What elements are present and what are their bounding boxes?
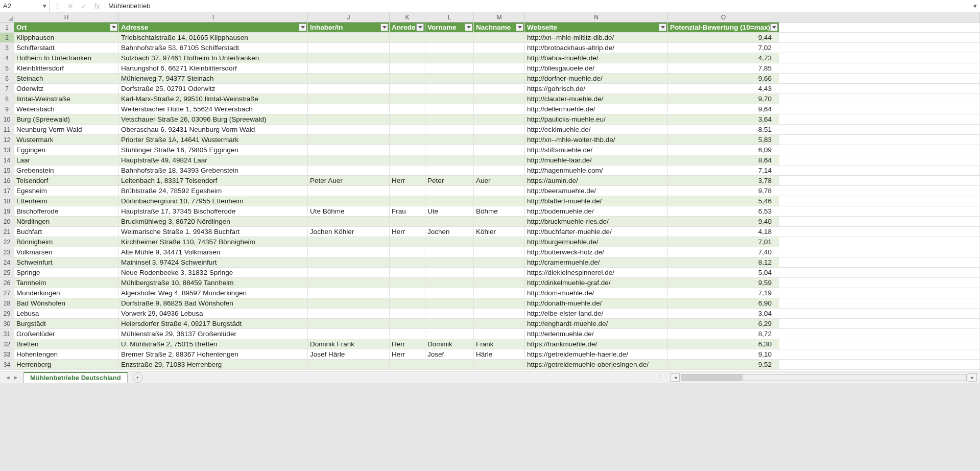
cell-adresse[interactable]: Algershofer Weg 4, 89597 Munderkingen — [119, 288, 308, 298]
cell-vorname[interactable] — [425, 237, 474, 247]
cell-webseite[interactable]: http://brotbackhaus-altrip.de/ — [525, 43, 668, 53]
cell-vorname[interactable] — [425, 309, 474, 318]
row-number[interactable]: 5 — [0, 63, 14, 73]
cell-ort[interactable]: Buchfart — [14, 227, 119, 237]
cell-webseite[interactable]: http://buchfarter-muehle.de/ — [525, 227, 668, 237]
cell-inhaber[interactable]: Dominik Frank — [308, 339, 390, 349]
cell-vorname[interactable] — [425, 186, 474, 196]
cell-ort[interactable]: Springe — [14, 268, 119, 277]
row-number[interactable]: 3 — [0, 43, 14, 53]
cell-potenzial[interactable]: 5,83 — [668, 135, 779, 145]
cell-anrede[interactable] — [390, 114, 425, 124]
scroll-right-icon[interactable]: ▸ — [968, 373, 977, 382]
cell-potenzial[interactable]: 8,12 — [668, 257, 779, 267]
header-cell-vorname[interactable]: Vorname — [425, 22, 474, 32]
scroll-thumb[interactable] — [681, 374, 743, 381]
cell-webseite[interactable]: http://erlenmuehle.de/ — [525, 329, 668, 339]
cell-vorname[interactable] — [425, 298, 474, 308]
cell-ort[interactable]: Bischofferode — [14, 206, 119, 216]
cell-ort[interactable]: Schweinfurt — [14, 257, 119, 267]
cell-inhaber[interactable] — [308, 94, 390, 104]
header-cell-adresse[interactable]: Adresse — [119, 22, 308, 32]
cell-potenzial[interactable]: 5,04 — [668, 268, 779, 277]
cell-adresse[interactable]: U. Mühlstraße 2, 75015 Bretten — [119, 339, 308, 349]
cell-nachname[interactable] — [474, 319, 525, 328]
column-header-L[interactable]: L — [425, 12, 474, 22]
cell-potenzial[interactable]: 9,59 — [668, 278, 779, 288]
cell-nachname[interactable] — [474, 125, 525, 134]
row-number[interactable]: 4 — [0, 53, 14, 63]
cell-ort[interactable]: Bönnigheim — [14, 237, 119, 247]
cell-adresse[interactable]: Alte Mühle 9, 34471 Volkmarsen — [119, 247, 308, 257]
cell-potenzial[interactable]: 8,72 — [668, 329, 779, 339]
cell-potenzial[interactable]: 6,53 — [668, 206, 779, 216]
cell-inhaber[interactable] — [308, 186, 390, 196]
row-number[interactable]: 31 — [0, 329, 14, 339]
select-all-corner[interactable] — [0, 12, 14, 22]
cell-nachname[interactable] — [474, 135, 525, 145]
cell-anrede[interactable] — [390, 53, 425, 63]
cell-anrede[interactable] — [390, 278, 425, 288]
cell-vorname[interactable] — [425, 104, 474, 114]
cell-webseite[interactable]: http://hagenmuehle.com/ — [525, 166, 668, 175]
cell-nachname[interactable] — [474, 43, 525, 53]
cell-ort[interactable]: Tannheim — [14, 278, 119, 288]
cell-anrede[interactable] — [390, 155, 425, 165]
row-number[interactable]: 22 — [0, 237, 14, 247]
cell-inhaber[interactable] — [308, 74, 390, 83]
cell-vorname[interactable] — [425, 247, 474, 257]
cell-adresse[interactable]: Bahnhofstraße 18, 34393 Grebenstein — [119, 166, 308, 175]
row-number[interactable]: 19 — [0, 206, 14, 216]
cell-adresse[interactable]: Vetschauer Straße 26, 03096 Burg (Spreew… — [119, 114, 308, 124]
cell-potenzial[interactable]: 6,09 — [668, 145, 779, 155]
cell-webseite[interactable]: http://stiftsmuehle.de/ — [525, 145, 668, 155]
cell-vorname[interactable] — [425, 84, 474, 93]
cell-webseite[interactable]: http://xn--mhle-miltitz-dlb.de/ — [525, 33, 668, 42]
rows-scroll[interactable]: 1OrtAdresseInhaber/inAnredeVornameNachna… — [0, 22, 980, 371]
row-number[interactable]: 25 — [0, 268, 14, 277]
cell-inhaber[interactable] — [308, 298, 390, 308]
cell-webseite[interactable]: http://dellermuehle.de/ — [525, 104, 668, 114]
cell-anrede[interactable] — [390, 63, 425, 73]
cell-adresse[interactable]: Hartungshof 6, 66271 Kleinblittersdorf — [119, 63, 308, 73]
cell-ort[interactable]: Großenlüder — [14, 329, 119, 339]
cell-adresse[interactable]: Dorfstraße 9, 86825 Bad Wörishofen — [119, 298, 308, 308]
cell-ort[interactable]: Burg (Spreewald) — [14, 114, 119, 124]
name-box-dropdown-icon[interactable]: ▾ — [40, 0, 49, 12]
row-number[interactable]: 21 — [0, 227, 14, 237]
cell-anrede[interactable] — [390, 309, 425, 318]
cell-webseite[interactable]: https://diekleinespinnerei.de/ — [525, 268, 668, 277]
cell-potenzial[interactable]: 3,04 — [668, 309, 779, 318]
cell-anrede[interactable] — [390, 298, 425, 308]
cell-potenzial[interactable]: 7,85 — [668, 63, 779, 73]
tab-nav-prev-icon[interactable]: ◂ — [4, 373, 11, 381]
cell-anrede[interactable] — [390, 33, 425, 42]
cell-potenzial[interactable]: 7,14 — [668, 166, 779, 175]
cell-ort[interactable]: Teisendorf — [14, 176, 119, 185]
cell-potenzial[interactable]: 9,78 — [668, 186, 779, 196]
cell-potenzial[interactable]: 6,90 — [668, 298, 779, 308]
cell-potenzial[interactable]: 6,29 — [668, 319, 779, 328]
cell-nachname[interactable] — [474, 74, 525, 83]
cell-anrede[interactable]: Frau — [390, 206, 425, 216]
cell-nachname[interactable] — [474, 309, 525, 318]
cell-anrede[interactable] — [390, 257, 425, 267]
cell-adresse[interactable]: Bruckmühlweg 3, 86720 Nördlingen — [119, 217, 308, 226]
cell-ort[interactable]: Ettenheim — [14, 196, 119, 206]
header-cell-nachname[interactable]: Nachname — [474, 22, 525, 32]
cell-nachname[interactable] — [474, 247, 525, 257]
cell-webseite[interactable]: http://elbe-elster-land.de/ — [525, 309, 668, 318]
cell-ort[interactable]: Volkmarsen — [14, 247, 119, 257]
cell-webseite[interactable]: http://ecklmuehle.de/ — [525, 125, 668, 134]
cell-ort[interactable]: Nördlingen — [14, 217, 119, 226]
cell-webseite[interactable]: http://dom-muehle.de/ — [525, 288, 668, 298]
column-header-M[interactable]: M — [474, 12, 525, 22]
cell-vorname[interactable] — [425, 74, 474, 83]
cell-potenzial[interactable]: 9,66 — [668, 74, 779, 83]
filter-button-icon[interactable] — [416, 23, 424, 31]
column-header-N[interactable]: N — [525, 12, 668, 22]
cell-ort[interactable]: Eggingen — [14, 145, 119, 155]
cell-ort[interactable]: Herrenberg — [14, 360, 119, 369]
cell-potenzial[interactable]: 9,10 — [668, 349, 779, 359]
cell-ort[interactable]: Bretten — [14, 339, 119, 349]
